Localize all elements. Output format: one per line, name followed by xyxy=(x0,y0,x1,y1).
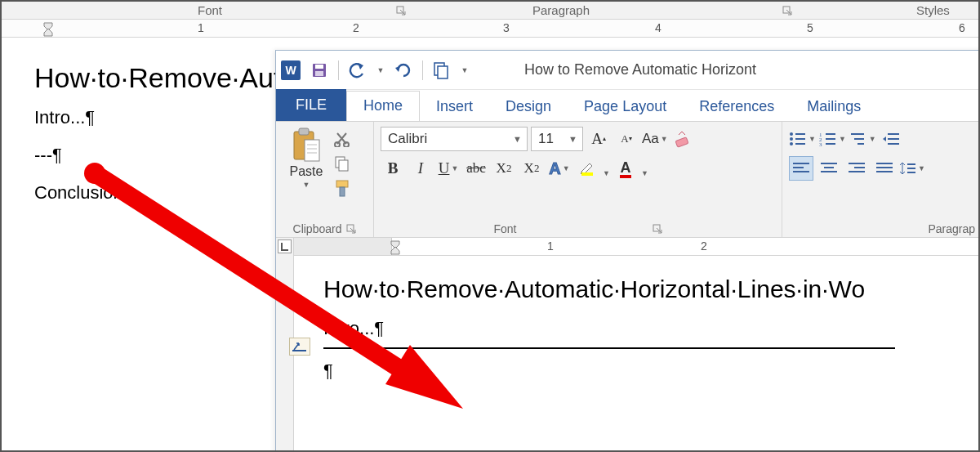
align-justify-button[interactable] xyxy=(872,156,897,181)
fg-doc-line: Intro...¶ xyxy=(323,318,966,339)
font-family-combo[interactable]: Calibri▼ xyxy=(381,127,528,151)
redo-button[interactable] xyxy=(391,58,416,83)
svg-point-30 xyxy=(790,142,793,145)
svg-rect-49 xyxy=(824,167,834,168)
decrease-indent-button[interactable] xyxy=(880,127,904,151)
ruler-number: 2 xyxy=(701,239,707,253)
superscript-button[interactable]: X2 xyxy=(519,156,544,181)
font-color-button[interactable]: A xyxy=(613,156,638,181)
svg-rect-21 xyxy=(336,181,348,187)
fg-horizontal-ruler[interactable]: 1 2 xyxy=(294,238,980,256)
highlight-color-swatch xyxy=(581,172,593,176)
ribbon-group-font: Calibri▼ 11▼ A▴ A▴ Aa▼ B I U▼ ab xyxy=(374,122,782,237)
tab-references[interactable]: References xyxy=(683,92,791,121)
tab-home[interactable]: Home xyxy=(346,91,420,121)
indent-marker-icon[interactable] xyxy=(390,239,401,254)
svg-point-26 xyxy=(790,132,793,136)
change-case-button[interactable]: Aa▼ xyxy=(642,127,668,151)
italic-button[interactable]: I xyxy=(408,156,433,181)
group-label-paragraph: Paragraph xyxy=(532,3,590,17)
svg-rect-43 xyxy=(888,143,899,145)
svg-rect-56 xyxy=(876,171,893,172)
chevron-down-icon[interactable]: ▼ xyxy=(603,169,610,177)
fg-doc-title: How·to·Remove·Automatic·Horizontal·Lines… xyxy=(323,275,966,303)
tab-mailings[interactable]: Mailings xyxy=(791,92,877,121)
align-left-button[interactable] xyxy=(789,156,813,181)
shrink-font-button[interactable]: A▴ xyxy=(614,127,639,151)
group-label-font: Font xyxy=(198,3,222,17)
dialog-launcher-icon[interactable] xyxy=(396,6,406,16)
align-right-button[interactable] xyxy=(844,156,869,181)
tab-selector-button[interactable] xyxy=(278,239,292,253)
svg-rect-46 xyxy=(793,167,804,168)
text-effects-button[interactable]: A▼ xyxy=(547,156,572,181)
tab-page-layout[interactable]: Page Layout xyxy=(568,92,683,121)
paste-label: Paste xyxy=(290,164,323,179)
label-text: Styles xyxy=(916,3,950,17)
fg-document-area[interactable]: How·to·Remove·Automatic·Horizontal·Lines… xyxy=(294,256,980,452)
tab-insert[interactable]: Insert xyxy=(420,92,489,121)
bold-button[interactable]: B xyxy=(381,156,405,181)
bg-horizontal-ruler[interactable]: 1 2 3 4 5 6 xyxy=(2,20,978,38)
word-app-icon: W xyxy=(281,60,301,80)
group-label: Font xyxy=(381,221,775,235)
ribbon-group-clipboard: Paste ▼ Clipboard xyxy=(276,122,374,237)
chevron-down-icon[interactable]: ▼ xyxy=(641,169,648,177)
qat-customize-dropdown[interactable]: ▼ xyxy=(459,58,470,83)
svg-rect-27 xyxy=(795,133,805,135)
bullets-button[interactable]: ▼ xyxy=(789,127,816,151)
underline-button[interactable]: U▼ xyxy=(436,156,461,181)
clear-formatting-button[interactable] xyxy=(671,127,696,151)
cut-button[interactable] xyxy=(333,130,351,148)
numbering-button[interactable]: 123▼ xyxy=(819,127,846,151)
foreground-word-window: W ▼ ▼ How to Remove Automatic Horizont F… xyxy=(275,50,980,452)
ruler-number: 5 xyxy=(807,21,813,34)
svg-rect-20 xyxy=(339,160,348,171)
subscript-button[interactable]: X2 xyxy=(492,156,516,181)
ribbon: Paste ▼ Clipboard xyxy=(276,122,980,238)
indent-marker-icon[interactable] xyxy=(42,21,54,36)
svg-rect-24 xyxy=(675,137,688,147)
undo-dropdown[interactable]: ▼ xyxy=(375,58,386,83)
svg-rect-37 xyxy=(826,143,835,145)
format-painter-button[interactable] xyxy=(333,179,351,197)
save-button[interactable] xyxy=(307,58,332,83)
dialog-launcher-icon[interactable] xyxy=(346,224,356,234)
svg-rect-51 xyxy=(849,163,865,164)
paste-button[interactable]: Paste ▼ xyxy=(283,127,330,189)
undo-button[interactable] xyxy=(345,58,370,83)
autocorrect-smarttag-icon[interactable] xyxy=(289,338,310,356)
svg-rect-35 xyxy=(826,138,835,140)
svg-rect-55 xyxy=(876,167,893,168)
multilevel-list-button[interactable]: ▼ xyxy=(849,127,876,151)
group-label-styles: Styles xyxy=(916,3,950,17)
svg-rect-48 xyxy=(821,163,837,164)
svg-marker-3 xyxy=(44,29,52,36)
align-center-button[interactable] xyxy=(817,156,841,181)
svg-rect-10 xyxy=(438,66,448,78)
dialog-launcher-icon[interactable] xyxy=(782,6,792,16)
svg-rect-52 xyxy=(854,167,865,168)
font-color-swatch xyxy=(620,175,631,178)
font-size-value: 11 xyxy=(538,131,554,147)
line-spacing-button[interactable]: ▼ xyxy=(900,156,925,181)
grow-font-button[interactable]: A▴ xyxy=(586,127,611,151)
svg-text:3: 3 xyxy=(819,141,822,146)
svg-point-17 xyxy=(335,142,340,147)
tab-file[interactable]: FILE xyxy=(276,89,346,121)
font-family-value: Calibri xyxy=(388,131,427,147)
tab-design[interactable]: Design xyxy=(489,92,568,121)
strikethrough-button[interactable]: abc xyxy=(464,156,488,181)
fg-doc-line: ¶ xyxy=(323,360,966,382)
svg-rect-58 xyxy=(907,168,915,169)
copy-button[interactable] xyxy=(333,154,351,172)
ribbon-group-paragraph: ▼ 123▼ ▼ ▼ Paragrap xyxy=(782,122,980,237)
ruler-number: 2 xyxy=(353,21,359,34)
new-document-button[interactable] xyxy=(430,58,454,83)
svg-rect-45 xyxy=(793,163,809,164)
label-text: Font xyxy=(198,3,222,17)
svg-marker-8 xyxy=(395,66,400,72)
highlight-button[interactable] xyxy=(575,156,599,181)
dialog-launcher-icon[interactable] xyxy=(653,224,662,234)
font-size-combo[interactable]: 11▼ xyxy=(531,127,583,151)
